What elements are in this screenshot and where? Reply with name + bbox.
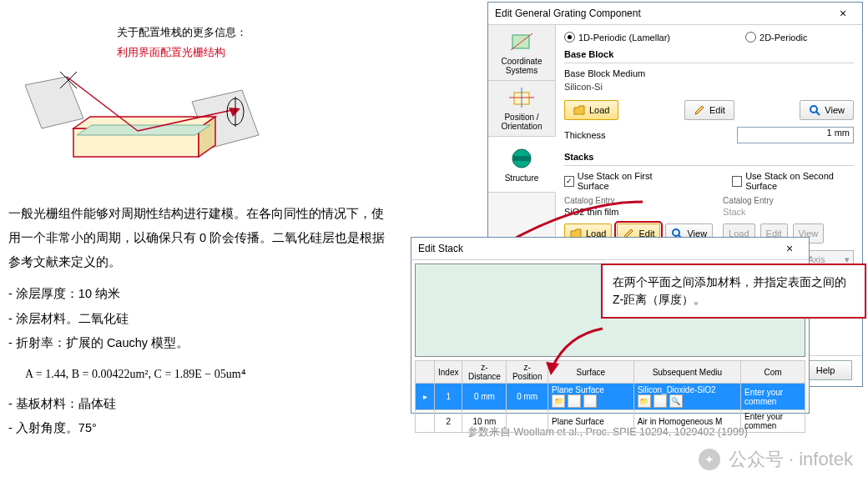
tab-position-orientation[interactable]: Position / Orientation <box>488 81 555 137</box>
close-icon[interactable]: × <box>830 3 855 24</box>
svg-marker-25 <box>546 362 559 375</box>
medium-label: Base Block Medium <box>564 68 854 78</box>
callout-box: 在两个平面之间添加材料，并指定表面之间的 Z-距离（厚度）。 <box>601 264 866 319</box>
bullet-angle: - 入射角度。75° <box>8 417 392 440</box>
tools-icon[interactable]: ⚙ <box>583 394 597 408</box>
thickness-input[interactable]: 1 mm <box>737 127 854 143</box>
load-button[interactable]: Load <box>564 100 618 120</box>
bullet-thickness: - 涂层厚度：10 纳米 <box>8 283 392 306</box>
checkbox-first-surface[interactable]: ✓Use Stack on First Surface <box>564 171 674 191</box>
edit-stack-title: Edit Stack <box>418 238 463 259</box>
description-paragraph: 一般光栅组件能够对周期性结构进行建模。在各向同性的情况下，使用一个非常小的周期，… <box>8 202 392 274</box>
cauchy-formula: A = 1.44, B = 0.00422um², C = 1.89E − 05… <box>25 367 392 381</box>
bullet-substrate: - 基板材料：晶体硅 <box>8 393 392 416</box>
red-text: 利用界面配置光栅结构 <box>117 45 392 60</box>
tab-structure[interactable]: Structure <box>488 137 556 193</box>
base-block-heading: Base Block <box>564 49 854 59</box>
search-icon[interactable]: 🔍 <box>669 394 683 408</box>
svg-rect-19 <box>513 156 530 161</box>
medium-value: Silicon-Si <box>564 82 854 92</box>
info-text: 关于配置堆栈的更多信息： <box>117 25 392 40</box>
pencil-icon[interactable]: ✎ <box>654 394 667 408</box>
thickness-label: Thickness <box>564 130 606 140</box>
pencil-icon[interactable]: ✎ <box>568 394 581 408</box>
tab-coordinate-systems[interactable]: Coordinate Systems <box>488 25 555 81</box>
col-zdistance[interactable]: z-Distance <box>462 361 507 384</box>
col-comment[interactable]: Com <box>741 361 805 384</box>
bullet-material: - 涂层材料。二氧化硅 <box>8 308 392 331</box>
watermark: ✦ 公众号 · infotek <box>699 447 853 472</box>
radio-2d-periodic[interactable]: 2D-Periodic <box>745 32 807 43</box>
col-medium[interactable]: Subsequent Mediu <box>633 361 740 384</box>
svg-line-21 <box>816 112 820 115</box>
table-row[interactable]: 2 10 nm Plane Surface Air in Homogeneous… <box>416 410 805 433</box>
grating-diagram <box>25 68 267 177</box>
radio-1d-periodic[interactable]: 1D-Periodic (Lamellar) <box>564 32 670 43</box>
dialog-title: Edit General Grating Component <box>495 3 641 24</box>
folder-icon[interactable]: 📁 <box>552 394 565 408</box>
bullet-refractive: - 折射率：扩展的 Cauchy 模型。 <box>8 332 392 355</box>
edit-medium-button[interactable]: Edit <box>684 100 734 120</box>
stack-table: Index z-Distance z-Position Surface Subs… <box>415 360 805 433</box>
stacks-heading: Stacks <box>564 152 854 162</box>
svg-point-22 <box>673 229 679 236</box>
svg-marker-0 <box>25 77 83 128</box>
view-medium-button[interactable]: View <box>800 100 854 120</box>
wechat-icon: ✦ <box>699 449 720 470</box>
close-icon[interactable]: × <box>777 238 802 259</box>
catalog-label-right: Catalog Entry <box>723 196 854 205</box>
table-row[interactable]: ▸ 1 0 mm 0 mm Plane Surface 📁✎⚙ Silicon_… <box>416 384 805 410</box>
col-index[interactable]: Index <box>435 361 462 384</box>
checkbox-second-surface[interactable]: Use Stack on Second Surface <box>732 171 854 191</box>
folder-icon[interactable]: 📁 <box>638 394 651 408</box>
svg-point-20 <box>810 106 817 113</box>
stack-label-right: Stack <box>723 207 854 218</box>
